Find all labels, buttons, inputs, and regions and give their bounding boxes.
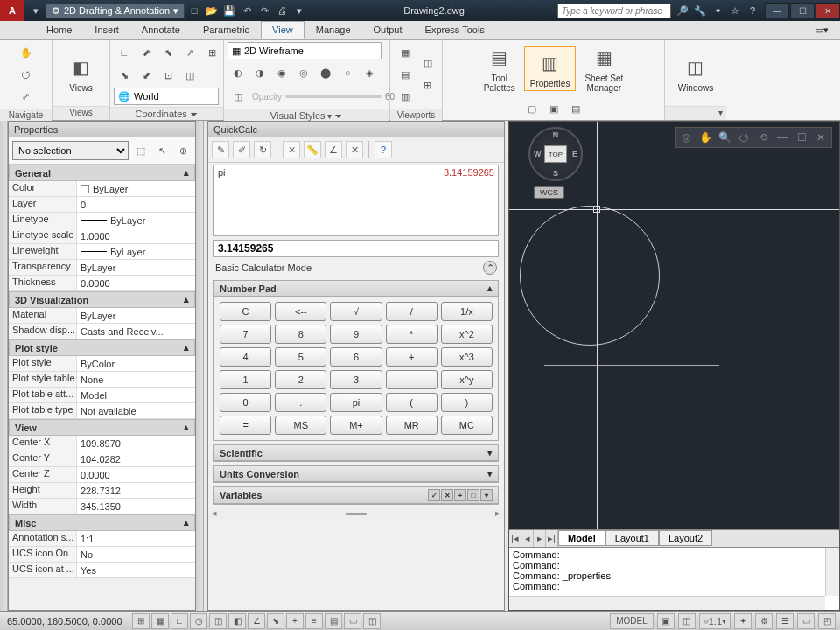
- key-icon[interactable]: 🔧: [692, 3, 708, 18]
- world-combo[interactable]: 🌐 World: [114, 88, 219, 105]
- calc-key-pi[interactable]: pi: [330, 393, 382, 412]
- var-icon[interactable]: +: [454, 489, 466, 501]
- palette-icon[interactable]: ▣: [543, 98, 564, 119]
- extents-icon[interactable]: ⤢: [16, 86, 37, 107]
- tab-view[interactable]: View: [261, 21, 304, 39]
- selection-combo[interactable]: No selection: [12, 141, 129, 160]
- tab-home[interactable]: Home: [35, 21, 83, 39]
- osnap-icon[interactable]: ◫: [209, 613, 227, 629]
- ducs-icon[interactable]: ⬊: [267, 613, 284, 629]
- property-row[interactable]: TransparencyByLayer: [9, 260, 195, 276]
- property-row[interactable]: Center Y104.0282: [9, 452, 195, 467]
- binoculars-icon[interactable]: 🔎: [675, 3, 690, 18]
- property-value[interactable]: 104.0282: [77, 452, 195, 466]
- calc-key-1x[interactable]: 1/x: [441, 302, 493, 321]
- compass-e[interactable]: E: [572, 150, 578, 158]
- vstyle-icon[interactable]: ◈: [359, 62, 380, 83]
- viewcube-face[interactable]: TOP: [544, 145, 567, 163]
- undo-icon[interactable]: ↶: [239, 3, 255, 18]
- calc-key-[interactable]: /: [386, 302, 438, 321]
- property-value[interactable]: Yes: [77, 563, 195, 578]
- property-row[interactable]: Linetype scale1.0000: [9, 228, 195, 244]
- help-icon[interactable]: ?: [745, 3, 760, 18]
- otrack-icon[interactable]: ∠: [248, 613, 265, 629]
- property-row[interactable]: Height228.7312: [9, 483, 195, 499]
- save-icon[interactable]: 💾: [221, 3, 237, 18]
- opacity-slider[interactable]: [285, 94, 382, 98]
- property-row[interactable]: MaterialByLayer: [9, 308, 195, 324]
- status-icon[interactable]: ◫: [678, 613, 696, 629]
- calc-key-[interactable]: +: [386, 347, 438, 367]
- ucs-icon[interactable]: ∟: [114, 42, 135, 63]
- collapse-icon[interactable]: ⌃: [483, 261, 497, 275]
- redo-icon[interactable]: ↷: [256, 3, 272, 18]
- property-row[interactable]: Layer0: [9, 197, 195, 213]
- tool-palettes-button[interactable]: ▤ Tool Palettes: [479, 42, 521, 94]
- quickcalc-history[interactable]: pi 3.14159265: [214, 164, 499, 236]
- clear-icon[interactable]: ✎: [212, 141, 229, 158]
- orbit-icon[interactable]: ⭯: [735, 129, 752, 146]
- viewport-icon[interactable]: ▦: [395, 42, 416, 63]
- viewport-icon[interactable]: ▤: [395, 64, 416, 85]
- lwt-icon[interactable]: ≡: [305, 613, 323, 629]
- vstyle-icon[interactable]: ◉: [271, 62, 292, 83]
- property-value[interactable]: ByLayer: [77, 181, 195, 196]
- 3dosnap-icon[interactable]: ◧: [228, 613, 246, 629]
- tab-model[interactable]: Model: [558, 530, 606, 546]
- property-value[interactable]: ByLayer: [77, 260, 195, 275]
- category-header[interactable]: View▴: [9, 419, 195, 436]
- tab-express-tools[interactable]: Express Tools: [414, 21, 496, 39]
- ucs-icon[interactable]: ⬉: [158, 42, 178, 63]
- tab-parametric[interactable]: Parametric: [192, 21, 261, 39]
- calc-key-[interactable]: =: [220, 416, 271, 435]
- properties-grip[interactable]: [0, 121, 8, 611]
- property-row[interactable]: Annotation s...1:1: [9, 531, 195, 547]
- grid-icon[interactable]: ▦: [151, 613, 169, 629]
- quick-select-icon[interactable]: ⬚: [132, 142, 150, 159]
- pan-icon[interactable]: ✋: [16, 42, 37, 63]
- calc-key-[interactable]: ): [441, 393, 493, 412]
- ucs-icon[interactable]: ⬊: [114, 65, 135, 86]
- annotation-scale[interactable]: ⟐ 1:1 ▾: [699, 613, 731, 629]
- app-logo[interactable]: A: [0, 0, 24, 21]
- qp-icon[interactable]: ▭: [344, 613, 361, 629]
- category-header[interactable]: Plot style▴: [9, 340, 195, 356]
- ucs-icon[interactable]: ⬈: [136, 42, 157, 63]
- sc-icon[interactable]: ◫: [363, 613, 381, 629]
- property-row[interactable]: UCS icon at ...Yes: [9, 563, 195, 578]
- close-icon[interactable]: ✕: [812, 129, 830, 146]
- tab-nav-last[interactable]: ▸|: [546, 530, 558, 547]
- property-row[interactable]: Center Z0.0000: [9, 467, 195, 483]
- var-icon[interactable]: ✓: [428, 489, 440, 501]
- property-value[interactable]: 0.0000: [77, 467, 195, 482]
- viewcube[interactable]: TOP N S E W: [528, 127, 583, 181]
- maximize-button[interactable]: ☐: [790, 3, 815, 18]
- status-icon[interactable]: ⚙: [755, 613, 773, 629]
- calc-key-3[interactable]: 3: [330, 370, 382, 389]
- calc-key-[interactable]: √: [330, 302, 382, 321]
- quickcalc-scrollbar[interactable]: ◂═══▸: [208, 507, 504, 519]
- tab-layout1[interactable]: Layout1: [606, 530, 659, 546]
- tab-layout2[interactable]: Layout2: [659, 530, 712, 546]
- calc-key-4[interactable]: 4: [220, 347, 271, 367]
- vstyle-icon[interactable]: ◑: [249, 62, 270, 83]
- wcs-badge[interactable]: WCS: [534, 186, 564, 199]
- windows-button[interactable]: ◫ Windows: [673, 52, 719, 94]
- paste-icon[interactable]: ↻: [254, 141, 271, 158]
- drawing-canvas[interactable]: ◎ ✋ 🔍 ⭯ ⟲ — ☐ ✕ TOP N S E W WCS: [509, 122, 839, 529]
- var-icon[interactable]: ✕: [441, 489, 453, 501]
- max-icon[interactable]: ☐: [793, 129, 810, 146]
- calc-key-2[interactable]: 2: [275, 370, 326, 389]
- calc-key-9[interactable]: 9: [330, 325, 382, 344]
- ucs-icon[interactable]: ◫: [179, 65, 200, 86]
- rewind-icon[interactable]: ⟲: [754, 129, 772, 146]
- new-icon[interactable]: □: [186, 3, 202, 18]
- ucs-icon[interactable]: ⊡: [158, 65, 178, 86]
- calc-key-mc[interactable]: MC: [441, 416, 493, 435]
- calc-key-[interactable]: .: [275, 393, 326, 412]
- category-header[interactable]: General▴: [9, 164, 195, 181]
- property-value[interactable]: 228.7312: [77, 483, 195, 498]
- calc-key-m[interactable]: M+: [330, 416, 382, 435]
- property-value[interactable]: Not available: [77, 403, 195, 418]
- palette-icon[interactable]: ▤: [565, 98, 586, 119]
